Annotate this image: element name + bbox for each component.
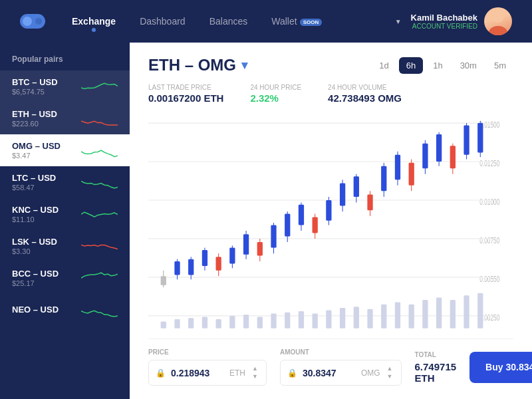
pair-name: LTC – USD (12, 173, 56, 183)
app: ExchangeDashboardBalancesWalletSOON ▼ Ka… (0, 0, 532, 399)
svg-rect-79 (395, 302, 400, 328)
svg-rect-74 (326, 310, 331, 328)
svg-rect-77 (367, 309, 372, 329)
avatar-img (484, 7, 512, 35)
nav-badge: SOON (300, 19, 323, 26)
price-input-wrap: 🔒 ETH ▲ ▼ (148, 360, 267, 386)
svg-rect-49 (395, 155, 400, 180)
stat-label-2: 24 hour volume (328, 84, 402, 91)
mini-chart (81, 205, 118, 223)
price-up-btn[interactable]: ▲ (251, 365, 259, 372)
timeframe-btn-1d[interactable]: 1d (372, 57, 396, 74)
stat-value-1: 2.32% (250, 92, 301, 104)
svg-rect-70 (271, 313, 276, 328)
pair-title: ETH – OMG ▾ (148, 56, 247, 74)
buy-button[interactable]: Buy 30.8347 OMG → (469, 352, 532, 383)
pair-item-omg–usd[interactable]: OMG – USD$3.47 (0, 134, 130, 166)
svg-rect-75 (340, 308, 345, 329)
stat-24h-price: 24 hour price 2.32% (250, 84, 301, 104)
pair-price: $223.60 (12, 120, 57, 128)
stat-label-0: Last trade price (148, 84, 223, 91)
pair-item-ltc–usd[interactable]: LTC – USD$58.47 (0, 166, 130, 198)
svg-rect-84 (464, 295, 469, 328)
svg-rect-43 (354, 176, 359, 197)
svg-rect-73 (313, 313, 318, 328)
pair-name: NEO – USD (12, 305, 59, 315)
pair-info: BTC – USD$6,574.75 (12, 77, 58, 96)
svg-point-0 (492, 11, 504, 23)
nav-item-balances[interactable]: Balances (209, 13, 248, 29)
nav-item-exchange[interactable]: Exchange (72, 13, 116, 29)
amount-stepper[interactable]: ▲ ▼ (386, 365, 394, 380)
pair-name: OMG – USD (12, 141, 61, 151)
svg-rect-39 (326, 200, 331, 221)
nav-item-wallet[interactable]: WalletSOON (271, 13, 322, 29)
timeframe-btn-5m[interactable]: 5m (487, 57, 513, 74)
svg-rect-21 (202, 250, 207, 266)
amount-down-btn[interactable]: ▼ (386, 373, 394, 380)
pair-info: OMG – USD$3.47 (12, 141, 61, 160)
total-section: TOTAL 6.749715 ETH (415, 351, 457, 384)
svg-text:0.00750: 0.00750 (479, 235, 499, 245)
stat-last-trade: Last trade price 0.00167200 ETH (148, 84, 223, 104)
pair-item-lsk–usd[interactable]: LSK – USD$3.30 (0, 230, 130, 262)
pair-info: LTC – USD$58.47 (12, 173, 56, 192)
main: Popular pairs BTC – USD$6,574.75ETH – US… (0, 43, 532, 399)
svg-rect-64 (188, 318, 194, 328)
svg-rect-80 (409, 305, 414, 329)
pair-item-bcc–usd[interactable]: BCC – USD$25.17 (0, 262, 130, 294)
avatar[interactable] (484, 7, 512, 35)
timeframe-btn-6h[interactable]: 6h (399, 57, 423, 74)
pair-dropdown-icon[interactable]: ▾ (241, 58, 247, 72)
mini-chart (81, 141, 118, 160)
pair-item-eth–usd[interactable]: ETH – USD$223.60 (0, 102, 130, 134)
svg-rect-35 (299, 205, 304, 225)
pair-name: ETH – USD (12, 109, 57, 119)
svg-rect-53 (422, 144, 428, 169)
candlestick-chart: 0.01500 0.01250 0.01000 0.00750 0.00550 … (148, 112, 513, 338)
pair-name: LSK – USD (12, 237, 57, 247)
chart-svg: 0.01500 0.01250 0.01000 0.00750 0.00550 … (148, 112, 513, 338)
svg-rect-68 (243, 315, 249, 328)
amount-input[interactable] (303, 368, 356, 378)
svg-rect-61 (477, 123, 483, 152)
timeframe-btn-1h[interactable]: 1h (426, 57, 450, 74)
svg-rect-62 (161, 321, 166, 328)
pair-item-btc–usd[interactable]: BTC – USD$6,574.75 (0, 70, 130, 102)
nav-item-dashboard[interactable]: Dashboard (140, 13, 186, 29)
price-input[interactable] (171, 368, 224, 378)
amount-up-btn[interactable]: ▲ (386, 365, 394, 372)
svg-rect-23 (216, 257, 221, 270)
dropdown-icon[interactable]: ▼ (395, 18, 402, 25)
price-stepper[interactable]: ▲ ▼ (251, 365, 259, 380)
user-status: ACCOUNT VERIFIED (411, 23, 477, 30)
stats-row: Last trade price 0.00167200 ETH 24 hour … (148, 84, 513, 104)
mini-chart (81, 109, 118, 128)
svg-rect-17 (174, 261, 180, 275)
svg-rect-41 (340, 183, 345, 205)
svg-rect-29 (257, 242, 263, 255)
price-down-btn[interactable]: ▼ (251, 373, 259, 380)
svg-rect-59 (464, 125, 469, 154)
pair-price: $3.47 (12, 152, 61, 160)
svg-rect-47 (381, 166, 386, 192)
pair-price: $11.10 (12, 215, 59, 223)
pair-info: NEO – USD (12, 305, 59, 315)
pair-item-knc–usd[interactable]: KNC – USD$11.10 (0, 198, 130, 230)
sidebar: Popular pairs BTC – USD$6,574.75ETH – US… (0, 43, 130, 399)
svg-rect-31 (271, 225, 276, 248)
user-info: Kamil Bachabek ACCOUNT VERIFIED (411, 13, 477, 30)
pair-item-neo–usd[interactable]: NEO – USD (0, 294, 130, 326)
user-name: Kamil Bachabek (411, 13, 477, 23)
timeframe-btn-30m[interactable]: 30m (453, 57, 484, 74)
svg-rect-69 (257, 317, 263, 329)
svg-rect-15 (161, 276, 166, 285)
sidebar-title: Popular pairs (0, 43, 130, 70)
svg-point-1 (489, 26, 507, 35)
pair-price: $58.47 (12, 184, 56, 192)
svg-rect-55 (436, 134, 442, 162)
svg-rect-37 (313, 217, 318, 233)
price-field: PRICE 🔒 ETH ▲ ▼ (148, 348, 267, 386)
svg-text:0.01000: 0.01000 (479, 197, 499, 207)
order-form: PRICE 🔒 ETH ▲ ▼ AMOUNT 🔒 (148, 338, 513, 386)
